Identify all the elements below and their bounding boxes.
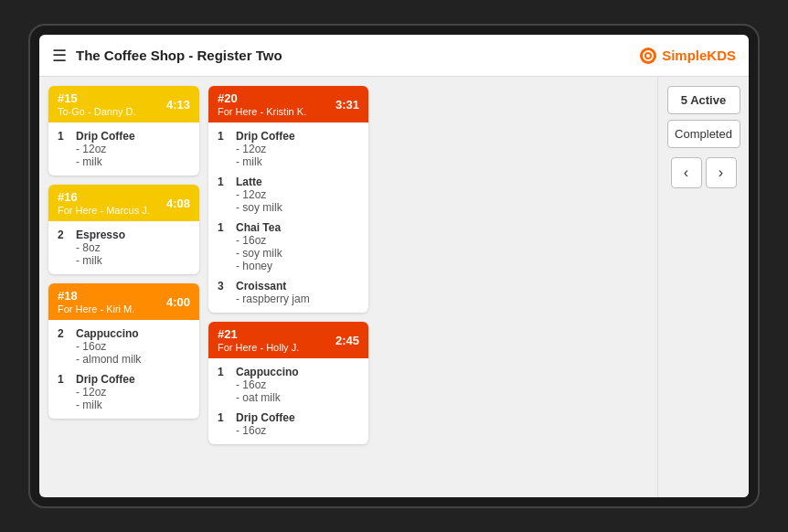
order-time: 3:31 — [335, 98, 359, 112]
sidebar: 5 Active Completed ‹ › — [657, 77, 749, 497]
order-time: 4:08 — [166, 197, 190, 210]
order-card-18[interactable]: #18 For Here - Kiri M. 4:00 2 Cappuccino… — [48, 283, 199, 419]
order-item: 1 Drip Coffee - 16oz — [218, 411, 359, 437]
order-time: 4:13 — [166, 98, 190, 112]
order-item: 2 Espresso - 8oz - milk — [58, 229, 190, 267]
order-number: #20 — [218, 91, 335, 105]
order-item: 1 Cappuccino - 16oz - oat milk — [218, 366, 359, 404]
order-card-20[interactable]: #20 For Here - Kristin K. 3:31 1 Drip Co… — [208, 86, 368, 313]
order-item: 1 Latte - 12oz - soy milk — [218, 176, 359, 214]
logo-area: SimpleKDS — [638, 46, 736, 66]
prev-button[interactable]: ‹ — [671, 157, 702, 188]
active-button[interactable]: 5 Active — [667, 86, 740, 114]
logo-icon — [638, 46, 658, 66]
order-customer: For Here - Marcus J. — [58, 205, 166, 216]
order-item: 1 Drip Coffee - 12oz - milk — [218, 130, 359, 168]
order-number: #16 — [58, 190, 166, 204]
nav-buttons: ‹ › — [671, 157, 737, 188]
order-item: 1 Drip Coffee - 12oz - milk — [58, 130, 190, 168]
next-button[interactable]: › — [706, 157, 737, 188]
order-number: #15 — [58, 91, 166, 105]
order-card-15[interactable]: #15 To-Go - Danny D. 4:13 1 Drip Coffee … — [48, 86, 199, 176]
svg-point-2 — [646, 54, 650, 58]
app-header: ☰ The Coffee Shop - Register Two SimpleK… — [39, 35, 749, 77]
order-customer: For Here - Kristin K. — [218, 106, 335, 117]
order-item: 3 Croissant - raspberry jam — [218, 280, 359, 305]
completed-button[interactable]: Completed — [667, 120, 740, 148]
order-time: 4:00 — [166, 295, 190, 309]
order-number: #18 — [58, 289, 166, 303]
order-customer: For Here - Holly J. — [218, 342, 335, 353]
main-content: #15 To-Go - Danny D. 4:13 1 Drip Coffee … — [39, 77, 749, 497]
order-item: 1 Chai Tea - 16oz - soy milk - honey — [218, 221, 359, 272]
order-number: #21 — [218, 327, 335, 341]
order-card-21[interactable]: #21 For Here - Holly J. 2:45 1 Cappuccin… — [208, 322, 368, 444]
order-customer: For Here - Kiri M. — [58, 303, 166, 314]
orders-area: #15 To-Go - Danny D. 4:13 1 Drip Coffee … — [39, 77, 657, 497]
order-column-1: #15 To-Go - Danny D. 4:13 1 Drip Coffee … — [48, 86, 199, 488]
order-card-16[interactable]: #16 For Here - Marcus J. 4:08 2 Espresso… — [48, 185, 199, 274]
order-time: 2:45 — [335, 334, 359, 347]
order-item: 1 Drip Coffee - 12oz - milk — [58, 373, 190, 411]
order-customer: To-Go - Danny D. — [58, 106, 166, 117]
order-item: 2 Cappuccino - 16oz - almond milk — [58, 327, 190, 366]
app-title: The Coffee Shop - Register Two — [76, 48, 282, 63]
order-column-2: #20 For Here - Kristin K. 3:31 1 Drip Co… — [208, 86, 368, 488]
menu-icon[interactable]: ☰ — [52, 46, 67, 66]
logo-text: SimpleKDS — [662, 48, 736, 63]
